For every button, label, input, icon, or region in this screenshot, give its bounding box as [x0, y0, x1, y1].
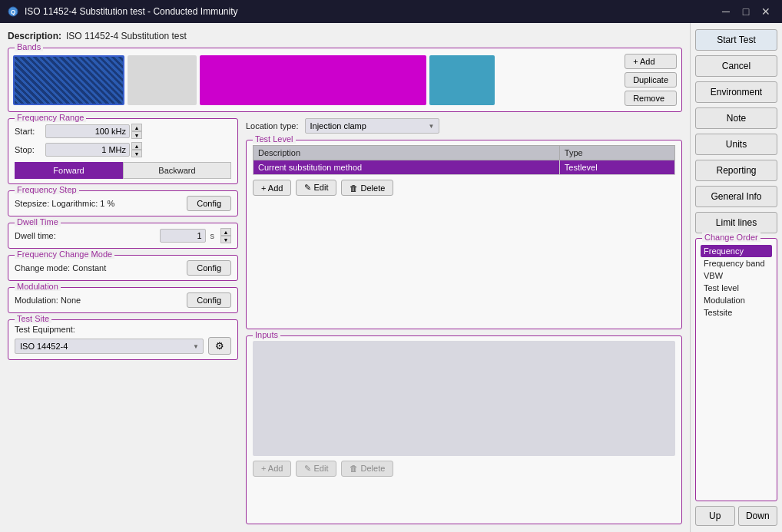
- dwell-spinner[interactable]: ▲ ▼: [220, 228, 231, 243]
- test-level-header-row: Description Type: [253, 146, 675, 160]
- down-button[interactable]: Down: [738, 506, 778, 526]
- location-type-select[interactable]: Injection clamp: [305, 118, 439, 134]
- freq-change-mode-label: Frequency Change Mode: [15, 249, 114, 259]
- change-order-item-testsite[interactable]: Testsite: [701, 306, 772, 319]
- freq-stop-down[interactable]: ▼: [131, 150, 142, 157]
- dwell-value-input[interactable]: [160, 229, 206, 243]
- test-level-label: Test Level: [253, 134, 296, 144]
- band-item-purple[interactable]: [200, 55, 426, 105]
- freq-start-input[interactable]: [45, 124, 130, 138]
- left-column: Frequency Range Start: ▲ ▼ Stop: ▲: [8, 118, 238, 524]
- freq-change-mode-description: Change mode: Constant: [15, 263, 106, 273]
- frequency-step-description: Stepsize: Logarithmic: 1 %: [15, 199, 114, 208]
- location-type-label: Location type:: [246, 121, 299, 131]
- freq-change-mode-config-button[interactable]: Config: [187, 260, 231, 276]
- dwell-unit: s: [210, 231, 215, 240]
- bands-add-button[interactable]: + Add: [625, 54, 677, 69]
- environment-button[interactable]: Environment: [695, 81, 777, 103]
- dwell-label: Dwell time:: [15, 231, 155, 240]
- table-row[interactable]: Current substitution method Testlevel: [253, 160, 675, 175]
- test-level-table: Description Type Current substitution me…: [253, 145, 675, 175]
- change-order-label: Change Order: [702, 233, 760, 242]
- test-equipment-select[interactable]: ISO 14452-4: [15, 339, 204, 354]
- freq-change-mode-section: Frequency Change Mode Change mode: Const…: [8, 255, 238, 281]
- test-level-col-description: Description: [253, 146, 560, 160]
- backward-button[interactable]: Backward: [123, 162, 231, 179]
- dwell-down[interactable]: ▼: [220, 236, 231, 243]
- test-level-type-cell: Testlevel: [559, 160, 674, 175]
- bands-duplicate-button[interactable]: Duplicate: [625, 72, 677, 88]
- frequency-step-label: Frequency Step: [15, 185, 79, 194]
- test-level-section: Test Level Description Type Current subs…: [246, 140, 682, 329]
- freq-stop-row: Stop: ▲ ▼: [15, 142, 231, 157]
- freq-stop-spinner[interactable]: ▲ ▼: [131, 142, 142, 157]
- test-equipment-config-button[interactable]: ⚙: [208, 337, 231, 355]
- freq-stop-input[interactable]: [45, 143, 130, 157]
- bands-remove-button[interactable]: Remove: [625, 91, 677, 106]
- frequency-range-label: Frequency Range: [15, 113, 86, 122]
- inputs-section: Inputs + Add ✎ Edit 🗑 Delete: [246, 335, 682, 525]
- maximize-button[interactable]: □: [737, 3, 754, 20]
- modulation-section: Modulation Modulation: None Config: [8, 287, 238, 313]
- change-order-item-frequency-band[interactable]: Frequency band: [701, 257, 772, 269]
- test-level-delete-button[interactable]: 🗑 Delete: [341, 180, 393, 196]
- forward-button[interactable]: Forward: [15, 162, 123, 179]
- reporting-button[interactable]: Reporting: [695, 160, 777, 181]
- test-level-description-cell: Current substitution method: [253, 160, 560, 175]
- direction-buttons: Forward Backward: [15, 162, 231, 179]
- limit-lines-button[interactable]: Limit lines: [695, 212, 777, 233]
- inputs-buttons: + Add ✎ Edit 🗑 Delete: [253, 461, 675, 477]
- freq-stop-up[interactable]: ▲: [131, 142, 142, 150]
- change-order-item-vbw[interactable]: VBW: [701, 269, 772, 282]
- frequency-step-section: Frequency Step Stepsize: Logarithmic: 1 …: [8, 190, 238, 216]
- cancel-button[interactable]: Cancel: [695, 55, 777, 77]
- test-level-buttons: + Add ✎ Edit 🗑 Delete: [253, 180, 675, 196]
- test-equipment-select-wrapper: ISO 14452-4 ▼: [15, 339, 204, 354]
- freq-start-spinner[interactable]: ▲ ▼: [131, 124, 142, 139]
- test-equipment-label: Test Equipment:: [15, 325, 231, 334]
- freq-start-up[interactable]: ▲: [131, 124, 142, 131]
- modulation-config-button[interactable]: Config: [187, 292, 231, 308]
- change-order-item-test-level[interactable]: Test level: [701, 282, 772, 294]
- location-type-row: Location type: Injection clamp ▼: [246, 118, 439, 134]
- freq-start-down[interactable]: ▼: [131, 131, 142, 139]
- dwell-time-section: Dwell Time Dwell time: s ▲ ▼: [8, 223, 238, 249]
- right-panel: Start Test Cancel Environment Note Units…: [690, 23, 782, 532]
- description-label: Description:: [8, 31, 61, 41]
- freq-start-label: Start:: [15, 127, 45, 136]
- inputs-add-button[interactable]: + Add: [253, 461, 291, 477]
- change-order-list: Frequency Frequency band VBW Test level …: [701, 245, 772, 319]
- inputs-delete-button[interactable]: 🗑 Delete: [341, 461, 393, 477]
- freq-stop-label: Stop:: [15, 145, 45, 154]
- band-item-cyan[interactable]: [429, 55, 495, 105]
- band-item-hatch[interactable]: [13, 55, 124, 105]
- frequency-step-config-button[interactable]: Config: [187, 196, 231, 211]
- dwell-up[interactable]: ▲: [220, 228, 231, 236]
- frequency-range-section: Frequency Range Start: ▲ ▼ Stop: ▲: [8, 118, 238, 184]
- inputs-edit-button[interactable]: ✎ Edit: [296, 461, 336, 477]
- change-order-item-frequency[interactable]: Frequency: [701, 245, 772, 257]
- title-bar-text: ISO 11452-4 Substitution test - Conducte…: [25, 6, 237, 17]
- description-row: Description: ISO 11452-4 Substitution te…: [8, 31, 682, 41]
- band-item-light[interactable]: [128, 55, 197, 105]
- general-info-button[interactable]: General Info: [695, 186, 777, 207]
- test-level-col-type: Type: [559, 146, 674, 160]
- start-test-button[interactable]: Start Test: [695, 29, 777, 51]
- test-level-add-button[interactable]: + Add: [253, 180, 291, 196]
- svg-text:Q: Q: [11, 8, 15, 15]
- units-button[interactable]: Units: [695, 134, 777, 155]
- dwell-time-label: Dwell Time: [15, 217, 61, 226]
- modulation-row: Modulation: None Config: [15, 292, 231, 308]
- lower-area: Frequency Range Start: ▲ ▼ Stop: ▲: [8, 118, 682, 524]
- close-button[interactable]: ✕: [757, 3, 774, 20]
- dwell-time-row: Dwell time: s ▲ ▼: [15, 228, 231, 243]
- test-level-edit-button[interactable]: ✎ Edit: [296, 180, 336, 196]
- minimize-button[interactable]: ─: [717, 3, 734, 20]
- location-type-select-wrapper: Injection clamp ▼: [305, 118, 439, 134]
- test-site-label: Test Site: [15, 314, 51, 323]
- modulation-description: Modulation: None: [15, 296, 81, 305]
- note-button[interactable]: Note: [695, 107, 777, 129]
- up-button[interactable]: Up: [695, 506, 735, 526]
- bands-section: Bands + Add Duplicate Remove: [8, 48, 682, 112]
- change-order-item-modulation[interactable]: Modulation: [701, 294, 772, 306]
